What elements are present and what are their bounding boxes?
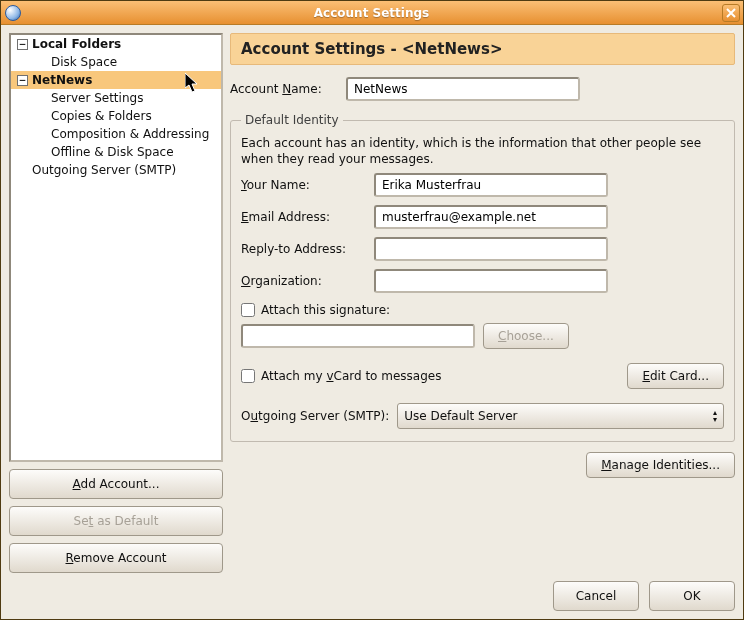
titlebar: Account Settings <box>1 1 743 25</box>
default-identity-legend: Default Identity <box>241 113 343 127</box>
attach-vcard-checkbox[interactable] <box>241 369 255 383</box>
reply-to-label: Reply-to Address: <box>241 242 366 256</box>
top-split: − Local Folders Disk Space − NetNews Ser… <box>9 33 735 573</box>
collapse-icon[interactable]: − <box>17 75 28 86</box>
attach-vcard-label: Attach my vCard to messages <box>261 369 441 383</box>
signature-path-input[interactable] <box>241 324 475 348</box>
attach-signature-label: Attach this signature: <box>261 303 390 317</box>
email-label: Email Address: <box>241 210 366 224</box>
settings-panel: Account Settings - <NetNews> Account Nam… <box>230 33 735 573</box>
cancel-button[interactable]: Cancel <box>553 581 639 611</box>
your-name-input[interactable] <box>374 173 608 197</box>
dialog-buttons: Cancel OK <box>9 581 735 611</box>
updown-icon: ▴▾ <box>713 409 717 423</box>
app-icon <box>5 5 21 21</box>
tree-item-outgoing-server[interactable]: Outgoing Server (SMTP) <box>11 161 221 179</box>
tree-item-server-settings[interactable]: Server Settings <box>11 89 221 107</box>
account-tree[interactable]: − Local Folders Disk Space − NetNews Ser… <box>9 33 223 462</box>
client-area: − Local Folders Disk Space − NetNews Ser… <box>1 25 743 619</box>
email-input[interactable] <box>374 205 608 229</box>
collapse-icon[interactable]: − <box>17 39 28 50</box>
attach-signature-checkbox[interactable] <box>241 303 255 317</box>
ok-button[interactable]: OK <box>649 581 735 611</box>
add-account-button[interactable]: Add Account... <box>9 469 223 499</box>
reply-to-input[interactable] <box>374 237 608 261</box>
window-title: Account Settings <box>21 6 722 20</box>
set-as-default-button: Set as Default <box>9 506 223 536</box>
default-identity-group: Default Identity Each account has an ide… <box>230 113 735 442</box>
attach-signature-row: Attach this signature: <box>241 303 724 317</box>
identity-description: Each account has an identity, which is t… <box>241 135 724 167</box>
edit-card-button[interactable]: Edit Card... <box>627 363 724 389</box>
account-name-input[interactable] <box>346 77 580 101</box>
organization-input[interactable] <box>374 269 608 293</box>
window: Account Settings − Local Folders Disk Sp… <box>0 0 744 620</box>
tree-item-netnews[interactable]: − NetNews <box>11 71 221 89</box>
your-name-label: Your Name: <box>241 178 366 192</box>
account-name-label: Account Name: <box>230 82 340 96</box>
outgoing-server-label: Outgoing Server (SMTP): <box>241 409 389 423</box>
tree-item-copies-folders[interactable]: Copies & Folders <box>11 107 221 125</box>
remove-account-button[interactable]: Remove Account <box>9 543 223 573</box>
tree-item-composition-addressing[interactable]: Composition & Addressing <box>11 125 221 143</box>
choose-signature-button: Choose... <box>483 323 569 349</box>
close-icon <box>726 8 736 18</box>
manage-identities-button[interactable]: Manage Identities... <box>586 452 735 478</box>
close-button[interactable] <box>722 4 740 22</box>
account-name-row: Account Name: <box>230 77 735 101</box>
tree-item-disk-space[interactable]: Disk Space <box>11 53 221 71</box>
outgoing-server-combo[interactable]: Use Default Server ▴▾ <box>397 403 724 429</box>
organization-label: Organization: <box>241 274 366 288</box>
tree-item-offline-disk-space[interactable]: Offline & Disk Space <box>11 143 221 161</box>
left-column: − Local Folders Disk Space − NetNews Ser… <box>9 33 223 573</box>
tree-item-local-folders[interactable]: − Local Folders <box>11 35 221 53</box>
panel-title: Account Settings - <NetNews> <box>230 33 735 65</box>
